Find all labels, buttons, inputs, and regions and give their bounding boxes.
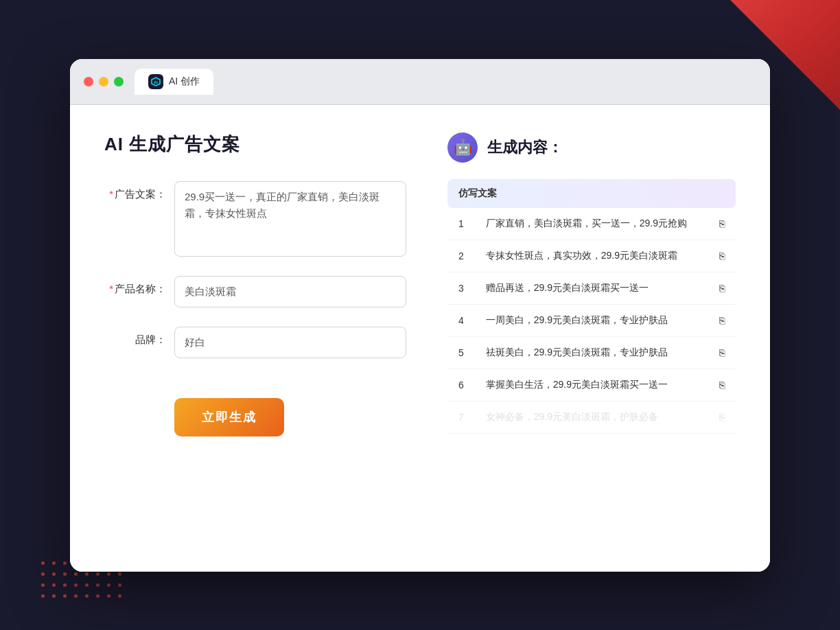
row-number: 1 bbox=[447, 208, 475, 240]
ad-copy-group: *广告文案： bbox=[104, 181, 406, 257]
tab-ai-creation[interactable]: AI AI 创作 bbox=[135, 69, 213, 95]
minimize-button[interactable] bbox=[99, 77, 108, 86]
row-number: 2 bbox=[447, 240, 475, 272]
row-number: 3 bbox=[447, 272, 475, 304]
brand-input[interactable] bbox=[174, 327, 406, 358]
table-row: 2专抹女性斑点，真实功效，29.9元美白淡斑霜⎘ bbox=[447, 240, 736, 272]
tab-label: AI 创作 bbox=[169, 75, 200, 88]
ad-copy-input[interactable] bbox=[174, 181, 406, 257]
title-bar: AI AI 创作 bbox=[70, 59, 770, 105]
right-header: 🤖 生成内容： bbox=[447, 132, 736, 163]
table-row: 6掌握美白生活，29.9元美白淡斑霜买一送一⎘ bbox=[447, 369, 736, 401]
product-name-input[interactable] bbox=[174, 276, 406, 307]
row-text: 专抹女性斑点，真实功效，29.9元美白淡斑霜 bbox=[475, 240, 708, 272]
copy-button[interactable]: ⎘ bbox=[708, 369, 736, 401]
table-row: 5祛斑美白，29.9元美白淡斑霜，专业护肤品⎘ bbox=[447, 336, 736, 369]
required-star-1: * bbox=[109, 188, 113, 200]
row-number: 7 bbox=[447, 401, 475, 433]
browser-window: AI AI 创作 AI 生成广告文案 *广告文案： *产品名称： bbox=[70, 59, 770, 572]
right-panel: 🤖 生成内容： 仿写文案 1厂家直销，美白淡斑霜，买一送一，29.9元抢购⎘2专… bbox=[447, 132, 736, 544]
table-row: 3赠品再送，29.9元美白淡斑霜买一送一⎘ bbox=[447, 272, 736, 304]
table-row: 4一周美白，29.9元美白淡斑霜，专业护肤品⎘ bbox=[447, 304, 736, 336]
copy-button[interactable]: ⎘ bbox=[708, 240, 736, 272]
right-title: 生成内容： bbox=[487, 137, 563, 158]
row-text: 赠品再送，29.9元美白淡斑霜买一送一 bbox=[475, 272, 708, 304]
row-text: 祛斑美白，29.9元美白淡斑霜，专业护肤品 bbox=[475, 336, 708, 369]
svg-text:AI: AI bbox=[154, 80, 158, 84]
copy-button[interactable]: ⎘ bbox=[708, 401, 736, 433]
copy-button[interactable]: ⎘ bbox=[708, 304, 736, 336]
product-name-label: *产品名称： bbox=[104, 276, 166, 296]
ad-copy-label: *广告文案： bbox=[104, 181, 166, 201]
maximize-button[interactable] bbox=[114, 77, 124, 86]
ai-tab-icon: AI bbox=[148, 74, 163, 89]
table-row: 7女神必备，29.9元美白淡斑霜，护肤必备⎘ bbox=[447, 401, 736, 433]
page-title: AI 生成广告文案 bbox=[104, 132, 406, 156]
main-content: AI 生成广告文案 *广告文案： *产品名称： 品牌： 立即生成 bbox=[70, 105, 770, 572]
robot-icon: 🤖 bbox=[447, 132, 478, 163]
row-number: 6 bbox=[447, 369, 475, 401]
row-number: 5 bbox=[447, 336, 475, 369]
close-button[interactable] bbox=[84, 77, 93, 86]
copy-button[interactable]: ⎘ bbox=[708, 336, 736, 369]
row-text: 一周美白，29.9元美白淡斑霜，专业护肤品 bbox=[475, 304, 708, 336]
table-header: 仿写文案 bbox=[447, 179, 736, 208]
brand-group: 品牌： bbox=[104, 327, 406, 358]
product-name-group: *产品名称： bbox=[104, 276, 406, 307]
row-number: 4 bbox=[447, 304, 475, 336]
row-text: 女神必备，29.9元美白淡斑霜，护肤必备 bbox=[475, 401, 708, 433]
generate-button[interactable]: 立即生成 bbox=[174, 398, 284, 436]
results-table: 仿写文案 1厂家直销，美白淡斑霜，买一送一，29.9元抢购⎘2专抹女性斑点，真实… bbox=[447, 179, 736, 434]
left-panel: AI 生成广告文案 *广告文案： *产品名称： 品牌： 立即生成 bbox=[104, 132, 406, 544]
window-controls bbox=[84, 77, 124, 86]
row-text: 厂家直销，美白淡斑霜，买一送一，29.9元抢购 bbox=[475, 208, 708, 240]
row-text: 掌握美白生活，29.9元美白淡斑霜买一送一 bbox=[475, 369, 708, 401]
copy-button[interactable]: ⎘ bbox=[708, 208, 736, 240]
required-star-2: * bbox=[109, 283, 113, 294]
copy-button[interactable]: ⎘ bbox=[708, 272, 736, 304]
table-row: 1厂家直销，美白淡斑霜，买一送一，29.9元抢购⎘ bbox=[447, 208, 736, 240]
brand-label: 品牌： bbox=[104, 327, 166, 347]
